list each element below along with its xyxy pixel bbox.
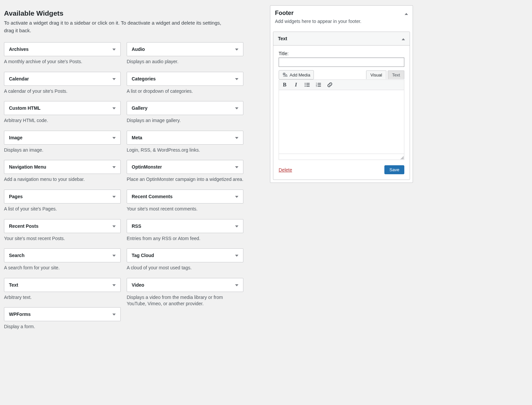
- svg-rect-8: [318, 83, 321, 84]
- widget-label: Video: [132, 282, 144, 288]
- widget-custom-html[interactable]: Custom HTML: [4, 101, 121, 115]
- widget-optinmonster[interactable]: OptinMonster: [127, 160, 243, 174]
- widget-description: Arbitrary HTML code.: [4, 117, 121, 124]
- widget-label: Recent Comments: [132, 194, 173, 199]
- chevron-down-icon[interactable]: [112, 135, 116, 140]
- widget-description: Displays a video from the media library …: [127, 294, 243, 307]
- widget-description: Displays an image.: [4, 147, 121, 154]
- widget-label: Recent Posts: [9, 223, 39, 229]
- widget-tag-cloud[interactable]: Tag Cloud: [127, 248, 243, 262]
- media-icon: [282, 72, 288, 77]
- active-widget-head[interactable]: Text: [273, 32, 410, 46]
- chevron-down-icon[interactable]: [235, 76, 238, 81]
- bullet-list-icon[interactable]: [304, 81, 311, 88]
- svg-point-5: [305, 86, 306, 87]
- chevron-down-icon[interactable]: [235, 47, 238, 52]
- widget-pages[interactable]: Pages: [4, 190, 121, 203]
- widget-label: Gallery: [132, 105, 147, 111]
- widget-description: Displays an audio player.: [127, 59, 243, 65]
- numbered-list-icon[interactable]: 123: [315, 81, 322, 88]
- add-media-label: Add Media: [290, 72, 310, 77]
- widget-description: Entries from any RSS or Atom feed.: [127, 235, 243, 242]
- link-icon[interactable]: [326, 81, 333, 88]
- widget-label: Archives: [9, 47, 29, 52]
- widget-description: A list or dropdown of categories.: [127, 88, 243, 95]
- widget-description: A cloud of your most used tags.: [127, 265, 243, 271]
- chevron-down-icon[interactable]: [112, 47, 116, 52]
- bold-icon[interactable]: B: [281, 81, 288, 88]
- widget-description: Displays an image gallery.: [127, 117, 243, 124]
- chevron-up-icon[interactable]: [405, 11, 408, 16]
- widget-text[interactable]: Text: [4, 278, 121, 292]
- editor-status-bar: [279, 154, 404, 160]
- svg-rect-12: [318, 86, 321, 87]
- tab-visual[interactable]: Visual: [366, 70, 386, 79]
- add-media-button[interactable]: Add Media: [279, 70, 314, 79]
- svg-rect-4: [306, 84, 310, 85]
- widget-description: Add a navigation menu to your sidebar.: [4, 176, 121, 183]
- widget-label: WPForms: [9, 312, 31, 317]
- widget-label: RSS: [132, 223, 141, 229]
- chevron-down-icon[interactable]: [112, 194, 116, 199]
- widget-label: Pages: [9, 194, 23, 199]
- widget-label: Custom HTML: [9, 105, 41, 111]
- chevron-down-icon[interactable]: [235, 283, 238, 287]
- widget-description: Your site's most recent comments.: [127, 206, 243, 212]
- save-button[interactable]: Save: [384, 165, 404, 174]
- chevron-down-icon[interactable]: [235, 165, 238, 169]
- widget-recent-posts[interactable]: Recent Posts: [4, 219, 121, 233]
- widget-description: A monthly archive of your site's Posts.: [4, 59, 121, 65]
- svg-point-1: [305, 83, 306, 84]
- widget-navigation-menu[interactable]: Navigation Menu: [4, 160, 121, 174]
- chevron-down-icon[interactable]: [112, 76, 116, 81]
- chevron-down-icon[interactable]: [112, 312, 116, 317]
- italic-icon[interactable]: I: [292, 81, 300, 88]
- editor-toolbar: B I 123: [279, 79, 404, 90]
- widget-search[interactable]: Search: [4, 248, 121, 262]
- widget-description: Login, RSS, & WordPress.org links.: [127, 147, 243, 154]
- chevron-down-icon[interactable]: [235, 106, 238, 110]
- chevron-down-icon[interactable]: [112, 106, 116, 110]
- svg-text:3: 3: [316, 85, 317, 87]
- chevron-down-icon[interactable]: [112, 283, 116, 287]
- chevron-down-icon[interactable]: [112, 224, 116, 228]
- svg-rect-6: [306, 86, 310, 87]
- widget-image[interactable]: Image: [4, 131, 121, 145]
- available-widgets-description: To activate a widget drag it to a sideba…: [4, 19, 230, 34]
- chevron-down-icon[interactable]: [235, 224, 238, 228]
- widget-description: Place an OptinMonster campaign into a wi…: [127, 176, 243, 183]
- widget-rss[interactable]: RSS: [127, 219, 243, 233]
- widget-description: Display a form.: [4, 324, 121, 330]
- sidebar-footer: Footer Add widgets here to appear in you…: [270, 5, 413, 183]
- chevron-down-icon[interactable]: [112, 165, 116, 169]
- chevron-down-icon[interactable]: [235, 135, 238, 140]
- widget-description: A search form for your site.: [4, 265, 121, 271]
- widget-label: Search: [9, 253, 25, 258]
- widget-label: Image: [9, 135, 22, 140]
- widget-gallery[interactable]: Gallery: [127, 101, 243, 115]
- widget-label: Text: [9, 282, 18, 288]
- chevron-down-icon[interactable]: [235, 194, 238, 199]
- widget-description: A list of your site's Pages.: [4, 206, 121, 212]
- tab-text[interactable]: Text: [388, 70, 404, 79]
- title-input[interactable]: [279, 58, 404, 67]
- widget-description: Arbitrary text.: [4, 294, 121, 301]
- widget-categories[interactable]: Categories: [127, 72, 243, 86]
- delete-link[interactable]: Delete: [279, 167, 292, 173]
- widget-calendar[interactable]: Calendar: [4, 72, 121, 86]
- widget-video[interactable]: Video: [127, 278, 243, 292]
- content-editor[interactable]: [279, 90, 404, 154]
- sidebar-description: Add widgets here to appear in your foote…: [270, 17, 413, 29]
- resize-handle-icon[interactable]: [400, 156, 404, 159]
- widget-wpforms[interactable]: WPForms: [4, 307, 121, 321]
- widget-label: Meta: [132, 135, 142, 140]
- chevron-up-icon[interactable]: [402, 36, 405, 41]
- widget-label: Categories: [132, 76, 156, 81]
- chevron-down-icon[interactable]: [112, 253, 116, 258]
- widget-meta[interactable]: Meta: [127, 131, 243, 145]
- widget-archives[interactable]: Archives: [4, 42, 121, 56]
- chevron-down-icon[interactable]: [235, 253, 238, 258]
- widget-audio[interactable]: Audio: [127, 42, 243, 56]
- widget-recent-comments[interactable]: Recent Comments: [127, 190, 243, 203]
- title-label: Title:: [279, 51, 404, 56]
